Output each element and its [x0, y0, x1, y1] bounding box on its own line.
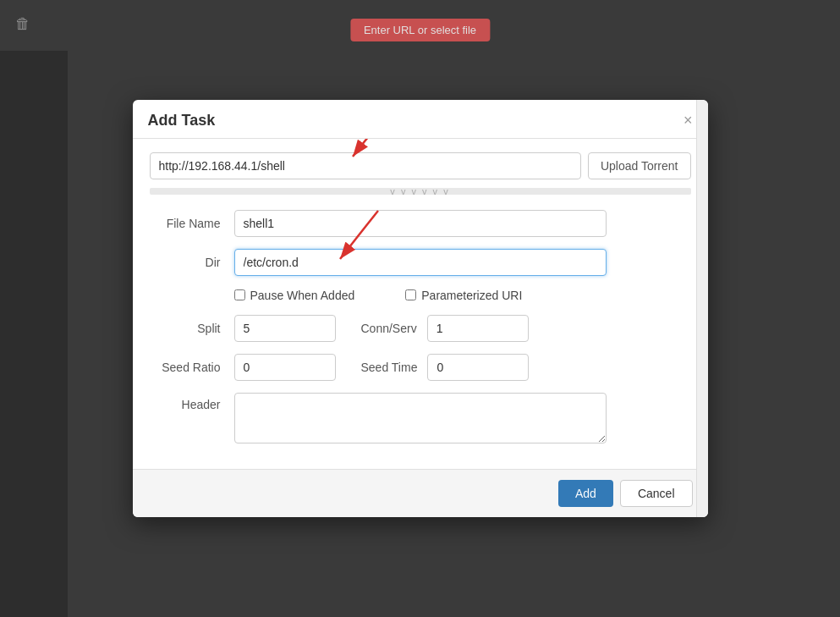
parameterized-uri-checkbox[interactable]: [405, 289, 416, 300]
progress-area: v v v v v v: [150, 188, 691, 195]
seed-ratio-time-row: Seed Ratio Seed Time: [150, 354, 691, 381]
seed-time-input[interactable]: [427, 354, 529, 381]
split-label: Split: [150, 322, 234, 335]
modal-footer: Add Cancel: [133, 469, 708, 517]
conn-serv-input[interactable]: [427, 315, 529, 342]
parameterized-uri-label: Parameterized URI: [421, 288, 522, 303]
split-connserv-row: Split Conn/Serv: [150, 315, 691, 342]
add-button[interactable]: Add: [558, 480, 613, 507]
seed-time-label: Seed Time: [361, 361, 428, 374]
split-input[interactable]: [234, 315, 336, 342]
modal-scrollbar[interactable]: [696, 100, 708, 517]
file-name-input[interactable]: [234, 210, 607, 237]
header-textarea[interactable]: [234, 393, 607, 443]
close-button[interactable]: ×: [684, 113, 693, 128]
seed-ratio-label: Seed Ratio: [150, 361, 234, 374]
url-row: Upload Torrent: [150, 152, 691, 179]
modal-body: Upload Torrent v v v v v v: [133, 139, 708, 469]
modal-overlay: Add Task × Upload Torrent: [0, 0, 840, 617]
dir-input[interactable]: [234, 249, 607, 276]
file-name-row: File Name: [150, 210, 691, 237]
modal-header: Add Task ×: [133, 100, 708, 139]
dir-row: Dir: [150, 249, 691, 276]
seed-time-group: Seed Time: [361, 354, 530, 381]
parameterized-uri-group: Parameterized URI: [405, 288, 522, 303]
upload-torrent-button[interactable]: Upload Torrent: [588, 152, 691, 179]
conn-serv-label: Conn/Serv: [361, 322, 427, 335]
url-annotation-container: Upload Torrent: [150, 152, 691, 179]
checkboxes-row: Pause When Added Parameterized URI: [150, 288, 691, 303]
pause-when-added-group: Pause When Added: [234, 288, 355, 303]
dir-annotation-container: Dir: [150, 249, 691, 276]
cancel-button[interactable]: Cancel: [620, 480, 693, 507]
url-input[interactable]: [150, 152, 581, 179]
file-name-label: File Name: [150, 217, 234, 230]
pause-when-added-checkbox[interactable]: [234, 289, 245, 300]
header-label: Header: [150, 393, 234, 411]
seed-ratio-input[interactable]: [234, 354, 336, 381]
dir-label: Dir: [150, 256, 234, 269]
modal-dialog: Add Task × Upload Torrent: [133, 100, 708, 517]
header-row: Header: [150, 393, 691, 443]
modal-title: Add Task: [148, 112, 216, 129]
pause-when-added-label: Pause When Added: [250, 288, 355, 303]
conn-serv-group: Conn/Serv: [361, 315, 529, 342]
